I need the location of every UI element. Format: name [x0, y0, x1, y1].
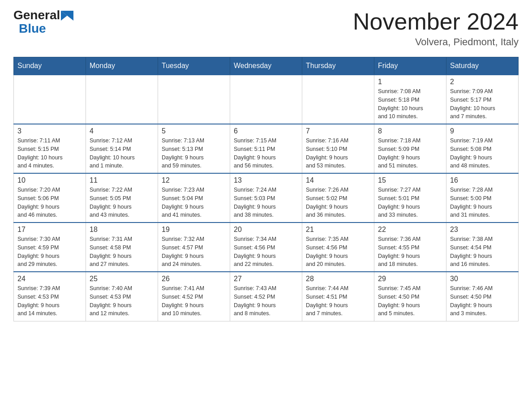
calendar-week-row: 1Sunrise: 7:08 AMSunset: 5:18 PMDaylight… — [14, 75, 519, 124]
day-number: 26 — [162, 275, 226, 283]
day-number: 6 — [234, 127, 298, 135]
day-number: 16 — [450, 176, 515, 184]
day-info: Sunrise: 7:36 AMSunset: 4:55 PMDaylight:… — [378, 235, 442, 269]
header-wednesday: Wednesday — [230, 57, 302, 75]
day-info: Sunrise: 7:23 AMSunset: 5:04 PMDaylight:… — [162, 186, 226, 219]
table-row: 30Sunrise: 7:46 AMSunset: 4:50 PMDayligh… — [446, 272, 519, 321]
table-row: 18Sunrise: 7:31 AMSunset: 4:58 PMDayligh… — [86, 223, 158, 272]
table-row: 23Sunrise: 7:38 AMSunset: 4:54 PMDayligh… — [446, 223, 519, 272]
calendar-week-row: 17Sunrise: 7:30 AMSunset: 4:59 PMDayligh… — [14, 223, 519, 272]
day-info: Sunrise: 7:41 AMSunset: 4:52 PMDaylight:… — [162, 284, 226, 318]
day-number: 3 — [17, 127, 82, 135]
table-row — [86, 75, 158, 124]
day-number: 4 — [90, 127, 154, 135]
table-row: 8Sunrise: 7:18 AMSunset: 5:09 PMDaylight… — [374, 124, 446, 173]
header-monday: Monday — [86, 57, 158, 75]
table-row: 9Sunrise: 7:19 AMSunset: 5:08 PMDaylight… — [446, 124, 519, 173]
table-row: 22Sunrise: 7:36 AMSunset: 4:55 PMDayligh… — [374, 223, 446, 272]
day-info: Sunrise: 7:26 AMSunset: 5:02 PMDaylight:… — [306, 186, 370, 219]
day-number: 10 — [17, 176, 82, 184]
day-info: Sunrise: 7:08 AMSunset: 5:18 PMDaylight:… — [378, 87, 442, 121]
table-row: 26Sunrise: 7:41 AMSunset: 4:52 PMDayligh… — [158, 272, 230, 321]
day-number: 19 — [162, 226, 226, 234]
table-row: 12Sunrise: 7:23 AMSunset: 5:04 PMDayligh… — [158, 173, 230, 223]
calendar-title: November 2024 — [353, 9, 519, 34]
table-row — [230, 75, 302, 124]
day-number: 1 — [378, 78, 442, 86]
day-number: 27 — [234, 275, 298, 283]
day-info: Sunrise: 7:22 AMSunset: 5:05 PMDaylight:… — [90, 186, 154, 219]
calendar-subtitle: Volvera, Piedmont, Italy — [353, 36, 519, 48]
day-info: Sunrise: 7:30 AMSunset: 4:59 PMDaylight:… — [17, 235, 82, 269]
day-number: 12 — [162, 176, 226, 184]
table-row: 5Sunrise: 7:13 AMSunset: 5:13 PMDaylight… — [158, 124, 230, 173]
table-row: 28Sunrise: 7:44 AMSunset: 4:51 PMDayligh… — [302, 272, 374, 321]
day-info: Sunrise: 7:32 AMSunset: 4:57 PMDaylight:… — [162, 235, 226, 269]
table-row: 17Sunrise: 7:30 AMSunset: 4:59 PMDayligh… — [14, 223, 86, 272]
table-row: 21Sunrise: 7:35 AMSunset: 4:56 PMDayligh… — [302, 223, 374, 272]
day-info: Sunrise: 7:28 AMSunset: 5:00 PMDaylight:… — [450, 186, 515, 219]
day-info: Sunrise: 7:35 AMSunset: 4:56 PMDaylight:… — [306, 235, 370, 269]
calendar-week-row: 24Sunrise: 7:39 AMSunset: 4:53 PMDayligh… — [14, 272, 519, 321]
day-info: Sunrise: 7:38 AMSunset: 4:54 PMDaylight:… — [450, 235, 515, 269]
day-number: 2 — [450, 78, 515, 86]
day-info: Sunrise: 7:13 AMSunset: 5:13 PMDaylight:… — [162, 137, 226, 170]
day-number: 9 — [450, 127, 515, 135]
day-number: 14 — [306, 176, 370, 184]
day-number: 17 — [17, 226, 82, 234]
day-number: 7 — [306, 127, 370, 135]
header-sunday: Sunday — [14, 57, 86, 75]
page-header: General Blue November 2024 Volvera, Pied… — [13, 9, 519, 48]
day-info: Sunrise: 7:39 AMSunset: 4:53 PMDaylight:… — [17, 284, 82, 318]
day-info: Sunrise: 7:34 AMSunset: 4:56 PMDaylight:… — [234, 235, 298, 269]
day-info: Sunrise: 7:40 AMSunset: 4:53 PMDaylight:… — [90, 284, 154, 318]
day-info: Sunrise: 7:20 AMSunset: 5:06 PMDaylight:… — [17, 186, 82, 219]
calendar-week-row: 10Sunrise: 7:20 AMSunset: 5:06 PMDayligh… — [14, 173, 519, 223]
day-number: 22 — [378, 226, 442, 234]
day-number: 24 — [17, 275, 82, 283]
day-number: 8 — [378, 127, 442, 135]
day-number: 5 — [162, 127, 226, 135]
table-row: 16Sunrise: 7:28 AMSunset: 5:00 PMDayligh… — [446, 173, 519, 223]
table-row: 29Sunrise: 7:45 AMSunset: 4:50 PMDayligh… — [374, 272, 446, 321]
day-info: Sunrise: 7:11 AMSunset: 5:15 PMDaylight:… — [17, 137, 82, 170]
day-number: 13 — [234, 176, 298, 184]
calendar-header-row: Sunday Monday Tuesday Wednesday Thursday… — [14, 57, 519, 75]
table-row — [158, 75, 230, 124]
table-row: 11Sunrise: 7:22 AMSunset: 5:05 PMDayligh… — [86, 173, 158, 223]
day-info: Sunrise: 7:09 AMSunset: 5:17 PMDaylight:… — [450, 87, 515, 121]
day-number: 25 — [90, 275, 154, 283]
table-row: 2Sunrise: 7:09 AMSunset: 5:17 PMDaylight… — [446, 75, 519, 124]
day-number: 18 — [90, 226, 154, 234]
day-info: Sunrise: 7:16 AMSunset: 5:10 PMDaylight:… — [306, 137, 370, 170]
table-row: 13Sunrise: 7:24 AMSunset: 5:03 PMDayligh… — [230, 173, 302, 223]
table-row: 4Sunrise: 7:12 AMSunset: 5:14 PMDaylight… — [86, 124, 158, 173]
day-number: 28 — [306, 275, 370, 283]
day-number: 11 — [90, 176, 154, 184]
logo-general-text: General — [13, 9, 60, 21]
day-number: 30 — [450, 275, 515, 283]
table-row — [302, 75, 374, 124]
header-thursday: Thursday — [302, 57, 374, 75]
table-row — [14, 75, 86, 124]
table-row: 15Sunrise: 7:27 AMSunset: 5:01 PMDayligh… — [374, 173, 446, 223]
day-info: Sunrise: 7:15 AMSunset: 5:11 PMDaylight:… — [234, 137, 298, 170]
header-friday: Friday — [374, 57, 446, 75]
table-row: 6Sunrise: 7:15 AMSunset: 5:11 PMDaylight… — [230, 124, 302, 173]
day-number: 15 — [378, 176, 442, 184]
table-row: 25Sunrise: 7:40 AMSunset: 4:53 PMDayligh… — [86, 272, 158, 321]
logo-blue-text: Blue — [19, 21, 46, 36]
day-info: Sunrise: 7:43 AMSunset: 4:52 PMDaylight:… — [234, 284, 298, 318]
table-row: 24Sunrise: 7:39 AMSunset: 4:53 PMDayligh… — [14, 272, 86, 321]
day-number: 21 — [306, 226, 370, 234]
day-info: Sunrise: 7:27 AMSunset: 5:01 PMDaylight:… — [378, 186, 442, 219]
day-number: 29 — [378, 275, 442, 283]
table-row: 7Sunrise: 7:16 AMSunset: 5:10 PMDaylight… — [302, 124, 374, 173]
table-row: 10Sunrise: 7:20 AMSunset: 5:06 PMDayligh… — [14, 173, 86, 223]
day-info: Sunrise: 7:44 AMSunset: 4:51 PMDaylight:… — [306, 284, 370, 318]
day-number: 23 — [450, 226, 515, 234]
header-tuesday: Tuesday — [158, 57, 230, 75]
table-row: 19Sunrise: 7:32 AMSunset: 4:57 PMDayligh… — [158, 223, 230, 272]
logo: General Blue — [13, 9, 73, 36]
table-row: 1Sunrise: 7:08 AMSunset: 5:18 PMDaylight… — [374, 75, 446, 124]
